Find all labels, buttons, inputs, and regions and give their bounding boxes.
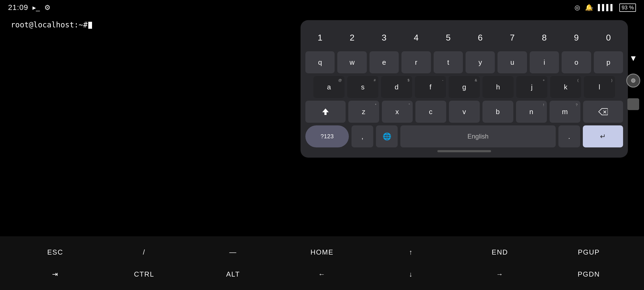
enter-key[interactable]: ↵ xyxy=(583,125,623,147)
status-right: ◎ 🔔̶ ▌▌▌▌ 93 % xyxy=(575,3,636,12)
settings-icon[interactable]: ⚙ xyxy=(44,3,50,12)
key-z[interactable]: z* xyxy=(348,101,379,123)
key-7[interactable]: 7 xyxy=(497,27,527,49)
asdf-row: a@ s# d$ f- g& h j+ k( l) xyxy=(305,76,623,98)
key-c[interactable]: c xyxy=(415,101,446,123)
left-arrow-key[interactable]: ← xyxy=(303,268,341,281)
home-bar xyxy=(437,150,491,152)
key-l[interactable]: l) xyxy=(584,76,615,98)
period-key[interactable]: . xyxy=(558,125,580,147)
key-5[interactable]: 5 xyxy=(434,27,463,49)
space-label: English xyxy=(467,133,489,140)
key-v[interactable]: v xyxy=(449,101,480,123)
globe-icon: 🌐 xyxy=(383,132,391,141)
home-circle-button[interactable] xyxy=(626,74,640,88)
key-g[interactable]: g& xyxy=(449,76,480,98)
eye-icon: ◎ xyxy=(575,4,580,11)
key-i[interactable]: i xyxy=(530,51,559,73)
key-w[interactable]: w xyxy=(337,51,367,73)
key-y[interactable]: y xyxy=(466,51,495,73)
key-6[interactable]: 6 xyxy=(466,27,495,49)
terminal-prompt: root@localhost:~# xyxy=(11,20,92,29)
key-h[interactable]: h xyxy=(482,76,514,98)
toolbar-row-2: ⇥ CTRL ALT ← ↓ → PGDN xyxy=(11,268,633,281)
space-key[interactable]: English xyxy=(400,125,556,147)
slash-key[interactable]: / xyxy=(125,246,163,259)
globe-key[interactable]: 🌐 xyxy=(376,125,398,147)
prompt-text: root@localhost:~# xyxy=(11,20,88,29)
battery-level: 93 xyxy=(621,5,627,10)
status-bar: 21:09 ▸_ ⚙ ◎ 🔔̶ ▌▌▌▌ 93 % xyxy=(0,0,644,15)
status-time: 21:09 xyxy=(8,3,28,12)
key-a[interactable]: a@ xyxy=(313,76,345,98)
key-8[interactable]: 8 xyxy=(530,27,559,49)
backspace-key[interactable] xyxy=(583,101,623,123)
comma-key[interactable]: , xyxy=(352,125,373,147)
toolbar-row-1: ESC / — HOME ↑ END PGUP xyxy=(11,246,633,259)
key-9[interactable]: 9 xyxy=(562,27,591,49)
qwerty-row: q w e r t y u i o p xyxy=(305,51,623,73)
dash-key[interactable]: — xyxy=(214,246,252,259)
key-j[interactable]: j+ xyxy=(516,76,547,98)
dropdown-icon[interactable]: ▼ xyxy=(629,54,637,63)
end-key[interactable]: END xyxy=(481,246,519,259)
key-b[interactable]: b xyxy=(482,101,513,123)
mute-icon: 🔔̶ xyxy=(585,4,593,11)
bottom-row: ?123 , 🌐 English . ↵ xyxy=(305,125,623,147)
keyboard: 1 2 3 4 5 6 7 8 9 0 q w e r t y u i o p … xyxy=(301,20,628,158)
pgup-key[interactable]: PGUP xyxy=(570,246,608,259)
key-p[interactable]: p xyxy=(594,51,623,73)
zxcv-row: z* x" c v b n! m? xyxy=(305,101,623,123)
ctrl-key[interactable]: CTRL xyxy=(125,268,163,281)
status-left: 21:09 ▸_ ⚙ xyxy=(8,3,50,12)
terminal-icon: ▸_ xyxy=(32,3,40,12)
esc-key[interactable]: ESC xyxy=(36,246,74,259)
pgdn-key[interactable]: PGDN xyxy=(570,268,608,281)
comma-label: , xyxy=(361,132,363,141)
home-key[interactable]: HOME xyxy=(303,246,341,259)
battery-icon: 93 % xyxy=(619,3,636,12)
key-2[interactable]: 2 xyxy=(337,27,367,49)
bottom-toolbar: ESC / — HOME ↑ END PGUP ⇥ CTRL ALT ← ↓ →… xyxy=(0,236,644,290)
key-f[interactable]: f- xyxy=(415,76,446,98)
signal-icon: ▌▌▌▌ xyxy=(598,4,614,11)
key-s[interactable]: s# xyxy=(347,76,378,98)
enter-icon: ↵ xyxy=(600,132,606,141)
key-x[interactable]: x" xyxy=(382,101,413,123)
key-o[interactable]: o xyxy=(562,51,591,73)
key-t[interactable]: t xyxy=(434,51,463,73)
key-0[interactable]: 0 xyxy=(594,27,623,49)
up-arrow-key[interactable]: ↑ xyxy=(392,246,430,259)
right-arrow-key[interactable]: → xyxy=(481,268,519,281)
right-nav: ▼ xyxy=(626,54,640,110)
key-3[interactable]: 3 xyxy=(369,27,399,49)
shift-key[interactable] xyxy=(305,101,346,123)
symbol-label: ?123 xyxy=(321,133,334,140)
square-button[interactable] xyxy=(627,98,639,110)
key-r[interactable]: r xyxy=(401,51,431,73)
key-e[interactable]: e xyxy=(369,51,399,73)
key-d[interactable]: d$ xyxy=(381,76,412,98)
key-k[interactable]: k( xyxy=(550,76,581,98)
cursor xyxy=(88,22,92,29)
down-arrow-key[interactable]: ↓ xyxy=(392,268,430,281)
tab-key[interactable]: ⇥ xyxy=(36,268,74,281)
alt-key[interactable]: ALT xyxy=(214,268,252,281)
key-n[interactable]: n! xyxy=(516,101,547,123)
period-label: . xyxy=(568,132,570,141)
key-u[interactable]: u xyxy=(497,51,527,73)
key-m[interactable]: m? xyxy=(550,101,580,123)
key-q[interactable]: q xyxy=(305,51,335,73)
key-4[interactable]: 4 xyxy=(401,27,431,49)
symbol-key[interactable]: ?123 xyxy=(305,125,349,147)
number-row: 1 2 3 4 5 6 7 8 9 0 xyxy=(305,27,623,49)
key-1[interactable]: 1 xyxy=(305,27,335,49)
